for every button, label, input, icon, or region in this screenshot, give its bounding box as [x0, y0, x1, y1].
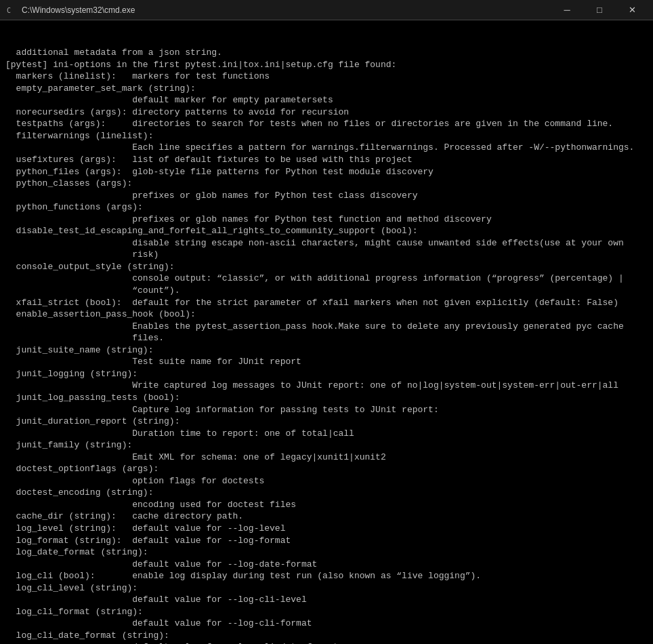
terminal-line: doctest_optionflags (args):	[5, 463, 648, 475]
terminal-line: log_format (string): default value for -…	[5, 535, 648, 547]
terminal-line: “count”).	[5, 285, 648, 297]
terminal-line: default value for --log-cli-date-format	[5, 641, 648, 644]
terminal-line: junit_duration_report (string):	[5, 416, 648, 428]
titlebar-left: C C:\Windows\system32\cmd.exe	[5, 5, 135, 16]
terminal-line: enable_assertion_pass_hook (bool):	[5, 308, 648, 321]
terminal-line: python_functions (args):	[5, 201, 648, 214]
terminal-line: log_cli_format (string):	[5, 606, 648, 618]
terminal-line: filterwarnings (linelist):	[5, 130, 648, 142]
terminal-line: encoding used for doctest files	[5, 499, 648, 511]
terminal-line: console_output_style (string):	[5, 261, 648, 273]
terminal-line: Enables the pytest_assertion_pass hook.M…	[5, 321, 648, 333]
svg-text:C: C	[7, 7, 11, 14]
terminal-output: additional metadata from a json string.[…	[0, 20, 653, 644]
window-controls: ─ □ ✕	[551, 0, 648, 20]
terminal-line: additional metadata from a json string.	[5, 47, 648, 59]
terminal-line: norecursedirs (args): directory patterns…	[5, 106, 648, 119]
terminal-line: Each line specifies a pattern for warnin…	[5, 142, 648, 154]
terminal-line: log_cli (bool): enable log display durin…	[5, 570, 648, 582]
terminal-line: default value for --log-cli-level	[5, 594, 648, 606]
terminal-line: option flags for doctests	[5, 475, 648, 487]
terminal-line: Test suite name for JUnit report	[5, 356, 648, 368]
terminal-line: junit_family (string):	[5, 439, 648, 451]
window-title: C:\Windows\system32\cmd.exe	[22, 5, 135, 15]
terminal-line: risk)	[5, 249, 648, 261]
maximize-button[interactable]: □	[584, 0, 615, 20]
terminal-line: Duration time to report: one of total|ca…	[5, 428, 648, 440]
terminal-line: default value for --log-cli-format	[5, 618, 648, 630]
terminal-line: prefixes or glob names for Python test f…	[5, 214, 648, 226]
terminal-line: log_level (string): default value for --…	[5, 523, 648, 535]
terminal-line: console output: “classic”, or with addit…	[5, 273, 648, 285]
terminal-line: xfail_strict (bool): default for the str…	[5, 297, 648, 309]
terminal-line: cache_dir (string): cache directory path…	[5, 510, 648, 523]
terminal-line: empty_parameter_set_mark (string):	[5, 83, 648, 95]
terminal-line: prefixes or glob names for Python test c…	[5, 190, 648, 202]
terminal-line: log_cli_date_format (string):	[5, 630, 648, 642]
terminal-line: disable_test_id_escaping_and_forfeit_all…	[5, 225, 648, 237]
terminal-line: log_cli_level (string):	[5, 582, 648, 595]
terminal-line: log_date_format (string):	[5, 546, 648, 559]
terminal-line: [pytest] ini-options in the first pytest…	[5, 59, 648, 71]
terminal-line: default value for --log-date-format	[5, 559, 648, 571]
close-button[interactable]: ✕	[616, 0, 648, 20]
terminal-line: usefixtures (args): list of default fixt…	[5, 154, 648, 166]
cmd-icon: C	[5, 5, 16, 16]
terminal-line: junit_suite_name (string):	[5, 344, 648, 357]
terminal-line: Emit XML for schema: one of legacy|xunit…	[5, 451, 648, 464]
terminal-line: Write captured log messages to JUnit rep…	[5, 380, 648, 392]
minimize-button[interactable]: ─	[551, 0, 583, 20]
terminal-line: junit_logging (string):	[5, 368, 648, 380]
terminal-line: markers (linelist): markers for test fun…	[5, 71, 648, 83]
terminal-line: disable string escape non-ascii characte…	[5, 237, 648, 249]
titlebar: C C:\Windows\system32\cmd.exe ─ □ ✕	[0, 0, 653, 20]
terminal-line: junit_log_passing_tests (bool):	[5, 392, 648, 404]
terminal-line: Capture log information for passing test…	[5, 404, 648, 416]
terminal-line: doctest_encoding (string):	[5, 487, 648, 499]
terminal-line: python_files (args): glob-style file pat…	[5, 166, 648, 178]
terminal-line: python_classes (args):	[5, 178, 648, 190]
window: C C:\Windows\system32\cmd.exe ─ □ ✕ addi…	[0, 0, 653, 644]
terminal-line: default marker for empty parametersets	[5, 94, 648, 106]
terminal-line: testpaths (args): directories to search …	[5, 118, 648, 130]
terminal-line: files.	[5, 332, 648, 344]
